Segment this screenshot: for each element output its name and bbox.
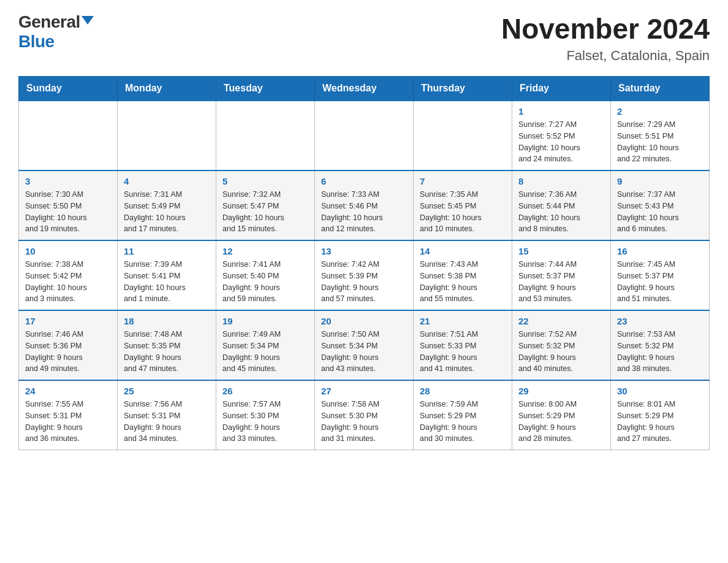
day-info: Sunrise: 7:45 AM Sunset: 5:37 PM Dayligh… [617, 259, 703, 305]
day-info: Sunrise: 7:41 AM Sunset: 5:40 PM Dayligh… [222, 259, 308, 305]
day-number: 16 [617, 246, 703, 256]
day-number: 4 [124, 176, 210, 186]
calendar-cell [315, 101, 414, 170]
column-header-tuesday: Tuesday [216, 77, 315, 101]
day-info: Sunrise: 8:00 AM Sunset: 5:29 PM Dayligh… [518, 399, 604, 445]
day-number: 12 [222, 246, 308, 256]
calendar-cell: 6Sunrise: 7:33 AM Sunset: 5:46 PM Daylig… [315, 170, 414, 240]
day-info: Sunrise: 7:38 AM Sunset: 5:42 PM Dayligh… [25, 259, 111, 305]
day-info: Sunrise: 7:43 AM Sunset: 5:38 PM Dayligh… [420, 259, 506, 305]
day-info: Sunrise: 7:49 AM Sunset: 5:34 PM Dayligh… [222, 329, 308, 375]
calendar-cell: 7Sunrise: 7:35 AM Sunset: 5:45 PM Daylig… [414, 170, 512, 240]
day-number: 17 [25, 316, 111, 326]
calendar-cell: 3Sunrise: 7:30 AM Sunset: 5:50 PM Daylig… [19, 170, 118, 240]
day-number: 3 [25, 176, 111, 186]
location-subtitle: Falset, Catalonia, Spain [501, 48, 710, 64]
calendar-cell: 14Sunrise: 7:43 AM Sunset: 5:38 PM Dayli… [414, 240, 512, 310]
calendar-cell [19, 101, 118, 170]
calendar-cell: 27Sunrise: 7:58 AM Sunset: 5:30 PM Dayli… [315, 380, 414, 450]
calendar-cell: 19Sunrise: 7:49 AM Sunset: 5:34 PM Dayli… [216, 310, 315, 380]
day-number: 15 [518, 246, 604, 256]
page-header: General Blue November 2024 Falset, Catal… [18, 12, 710, 64]
calendar-cell: 28Sunrise: 7:59 AM Sunset: 5:29 PM Dayli… [414, 380, 512, 450]
day-number: 27 [321, 386, 407, 396]
day-number: 13 [321, 246, 407, 256]
column-header-thursday: Thursday [414, 77, 512, 101]
month-title: November 2024 [501, 12, 710, 45]
week-row-3: 10Sunrise: 7:38 AM Sunset: 5:42 PM Dayli… [19, 240, 710, 310]
day-info: Sunrise: 7:29 AM Sunset: 5:51 PM Dayligh… [617, 119, 703, 165]
calendar-cell: 12Sunrise: 7:41 AM Sunset: 5:40 PM Dayli… [216, 240, 315, 310]
day-number: 18 [124, 316, 210, 326]
column-header-monday: Monday [118, 77, 216, 101]
calendar-cell: 8Sunrise: 7:36 AM Sunset: 5:44 PM Daylig… [512, 170, 611, 240]
day-number: 9 [617, 176, 703, 186]
day-info: Sunrise: 7:56 AM Sunset: 5:31 PM Dayligh… [124, 399, 210, 445]
calendar-cell: 22Sunrise: 7:52 AM Sunset: 5:32 PM Dayli… [512, 310, 611, 380]
calendar-cell: 20Sunrise: 7:50 AM Sunset: 5:34 PM Dayli… [315, 310, 414, 380]
day-info: Sunrise: 7:44 AM Sunset: 5:37 PM Dayligh… [518, 259, 604, 305]
day-info: Sunrise: 7:27 AM Sunset: 5:52 PM Dayligh… [518, 119, 604, 165]
day-number: 29 [518, 386, 604, 396]
day-info: Sunrise: 8:01 AM Sunset: 5:29 PM Dayligh… [617, 399, 703, 445]
calendar-cell [216, 101, 315, 170]
logo-blue: Blue [18, 32, 55, 51]
title-section: November 2024 Falset, Catalonia, Spain [501, 12, 710, 64]
day-info: Sunrise: 7:33 AM Sunset: 5:46 PM Dayligh… [321, 189, 407, 235]
calendar-cell: 13Sunrise: 7:42 AM Sunset: 5:39 PM Dayli… [315, 240, 414, 310]
day-number: 30 [617, 386, 703, 396]
calendar-cell: 2Sunrise: 7:29 AM Sunset: 5:51 PM Daylig… [611, 101, 710, 170]
day-number: 7 [420, 176, 506, 186]
day-info: Sunrise: 7:36 AM Sunset: 5:44 PM Dayligh… [518, 189, 604, 235]
logo-general: General [18, 12, 80, 32]
calendar-cell: 1Sunrise: 7:27 AM Sunset: 5:52 PM Daylig… [512, 101, 611, 170]
calendar-cell: 4Sunrise: 7:31 AM Sunset: 5:49 PM Daylig… [118, 170, 216, 240]
day-info: Sunrise: 7:30 AM Sunset: 5:50 PM Dayligh… [25, 189, 111, 235]
day-number: 19 [222, 316, 308, 326]
day-number: 26 [222, 386, 308, 396]
day-info: Sunrise: 7:58 AM Sunset: 5:30 PM Dayligh… [321, 399, 407, 445]
day-number: 21 [420, 316, 506, 326]
day-number: 10 [25, 246, 111, 256]
day-info: Sunrise: 7:42 AM Sunset: 5:39 PM Dayligh… [321, 259, 407, 305]
day-info: Sunrise: 7:55 AM Sunset: 5:31 PM Dayligh… [25, 399, 111, 445]
week-row-5: 24Sunrise: 7:55 AM Sunset: 5:31 PM Dayli… [19, 380, 710, 450]
day-info: Sunrise: 7:51 AM Sunset: 5:33 PM Dayligh… [420, 329, 506, 375]
day-info: Sunrise: 7:31 AM Sunset: 5:49 PM Dayligh… [124, 189, 210, 235]
calendar-cell: 15Sunrise: 7:44 AM Sunset: 5:37 PM Dayli… [512, 240, 611, 310]
day-number: 14 [420, 246, 506, 256]
calendar-cell [118, 101, 216, 170]
day-info: Sunrise: 7:35 AM Sunset: 5:45 PM Dayligh… [420, 189, 506, 235]
calendar-cell: 18Sunrise: 7:48 AM Sunset: 5:35 PM Dayli… [118, 310, 216, 380]
calendar-cell: 30Sunrise: 8:01 AM Sunset: 5:29 PM Dayli… [611, 380, 710, 450]
logo: General Blue [18, 12, 94, 52]
week-row-2: 3Sunrise: 7:30 AM Sunset: 5:50 PM Daylig… [19, 170, 710, 240]
day-info: Sunrise: 7:48 AM Sunset: 5:35 PM Dayligh… [124, 329, 210, 375]
calendar-header-row: SundayMondayTuesdayWednesdayThursdayFrid… [19, 77, 710, 101]
week-row-1: 1Sunrise: 7:27 AM Sunset: 5:52 PM Daylig… [19, 101, 710, 170]
calendar-cell: 11Sunrise: 7:39 AM Sunset: 5:41 PM Dayli… [118, 240, 216, 310]
calendar-cell [414, 101, 512, 170]
day-number: 2 [617, 106, 703, 117]
day-number: 20 [321, 316, 407, 326]
calendar-cell: 16Sunrise: 7:45 AM Sunset: 5:37 PM Dayli… [611, 240, 710, 310]
calendar-cell: 24Sunrise: 7:55 AM Sunset: 5:31 PM Dayli… [19, 380, 118, 450]
column-header-sunday: Sunday [19, 77, 118, 101]
day-info: Sunrise: 7:52 AM Sunset: 5:32 PM Dayligh… [518, 329, 604, 375]
week-row-4: 17Sunrise: 7:46 AM Sunset: 5:36 PM Dayli… [19, 310, 710, 380]
column-header-wednesday: Wednesday [315, 77, 414, 101]
day-number: 8 [518, 176, 604, 186]
calendar-cell: 17Sunrise: 7:46 AM Sunset: 5:36 PM Dayli… [19, 310, 118, 380]
day-number: 5 [222, 176, 308, 186]
calendar-cell: 25Sunrise: 7:56 AM Sunset: 5:31 PM Dayli… [118, 380, 216, 450]
day-number: 24 [25, 386, 111, 396]
day-number: 11 [124, 246, 210, 256]
day-info: Sunrise: 7:32 AM Sunset: 5:47 PM Dayligh… [222, 189, 308, 235]
calendar-cell: 5Sunrise: 7:32 AM Sunset: 5:47 PM Daylig… [216, 170, 315, 240]
calendar-cell: 29Sunrise: 8:00 AM Sunset: 5:29 PM Dayli… [512, 380, 611, 450]
day-info: Sunrise: 7:37 AM Sunset: 5:43 PM Dayligh… [617, 189, 703, 235]
day-number: 28 [420, 386, 506, 396]
logo-triangle-icon [82, 16, 94, 25]
day-info: Sunrise: 7:59 AM Sunset: 5:29 PM Dayligh… [420, 399, 506, 445]
calendar-cell: 23Sunrise: 7:53 AM Sunset: 5:32 PM Dayli… [611, 310, 710, 380]
